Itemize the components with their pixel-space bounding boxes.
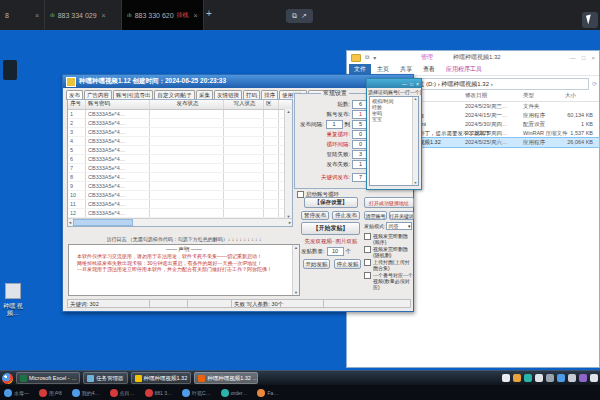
- table-row[interactable]: 3 CB333A5e*4…: [68, 128, 292, 137]
- header-account[interactable]: 账号密码: [86, 100, 150, 109]
- taskbar-task-button[interactable]: 种嘿种嘿视频1.32 …: [194, 372, 258, 384]
- start-post-button[interactable]: 【开始发贴】: [301, 222, 360, 235]
- tray-icon[interactable]: [535, 374, 543, 382]
- table-row[interactable]: 10 CB333A5e*4…: [68, 191, 292, 200]
- disclaimer-scrollbar[interactable]: ▲ ▼: [292, 245, 299, 295]
- post-option[interactable]: 视频发完即删除(顺序): [364, 233, 414, 245]
- scroll-left-icon[interactable]: ◄: [68, 220, 72, 225]
- arrow-icon[interactable]: ↗: [301, 12, 307, 20]
- table-row[interactable]: 1 CB333A5e*4…: [68, 110, 292, 119]
- app-titlebar[interactable]: 种嘿种嘿视频1.12 创建时间：2024-06-25 20:23:33: [63, 75, 413, 88]
- tray-icon[interactable]: [557, 374, 565, 382]
- table-row[interactable]: 8 CB333A5e*4…: [68, 173, 292, 182]
- quick-launch-item[interactable]: 水母—: [4, 389, 29, 397]
- column-header-size[interactable]: 大小: [565, 92, 576, 99]
- header-zone[interactable]: 区: [264, 100, 279, 109]
- floating-toolbar[interactable]: ⧉ ↗: [286, 9, 313, 23]
- taskbar-task-button[interactable]: 种嘿种嘿视频1.32: [131, 372, 192, 384]
- popup-list-item[interactable]: 宝宝: [372, 116, 412, 122]
- browser-tab[interactable]: 8 ×: [0, 0, 45, 30]
- table-hscrollbar[interactable]: ◄ ►: [68, 218, 292, 226]
- tray-icon[interactable]: [502, 374, 510, 382]
- tray-icon[interactable]: [590, 374, 598, 382]
- quick-access-dropdown-icon[interactable]: ▾: [373, 54, 376, 61]
- start-button-icon[interactable]: [2, 373, 13, 384]
- quick-access-icon[interactable]: ⧉: [365, 54, 369, 61]
- close-button[interactable]: ×: [416, 81, 419, 87]
- quick-launch-item[interactable]: 叶苞C…: [182, 389, 211, 397]
- taskbar-task-button[interactable]: Microsoft Excel - …: [16, 372, 80, 384]
- quick-launch-item[interactable]: Fa…: [257, 389, 278, 397]
- remote-cursor-button[interactable]: [582, 12, 598, 28]
- scroll-up-icon[interactable]: ▲: [294, 245, 298, 250]
- quick-launch-item[interactable]: 我的4…: [72, 389, 100, 397]
- clear-accounts-button[interactable]: 清空账号: [364, 211, 387, 220]
- quick-launch-item[interactable]: 881 3…: [145, 389, 173, 397]
- popup-scrollbar[interactable]: ▲ ▼: [412, 97, 418, 185]
- checkbox-icon[interactable]: [364, 233, 371, 240]
- hscroll-thumb[interactable]: [73, 219, 133, 226]
- quick-launch-item[interactable]: 用户8: [39, 389, 62, 397]
- minimize-button[interactable]: —: [402, 81, 407, 87]
- taskbar-task-button[interactable]: 任务管理器: [83, 372, 128, 384]
- table-vscrollbar[interactable]: ▲ ▼: [284, 109, 292, 219]
- browser-tab[interactable]: ılı 883 334 029 ×: [45, 0, 122, 30]
- tray-icon[interactable]: [513, 374, 521, 382]
- table-row[interactable]: 2 CB333A5e*4…: [68, 119, 292, 128]
- tray-icon[interactable]: [579, 374, 587, 382]
- tray-icon[interactable]: [568, 374, 576, 382]
- column-header-type[interactable]: 类型: [523, 92, 534, 99]
- tray-icon[interactable]: [524, 374, 532, 382]
- close-button[interactable]: ×: [591, 55, 595, 61]
- checkbox-icon[interactable]: [364, 259, 371, 266]
- explorer-ribbon-tab[interactable]: 查看: [418, 64, 440, 75]
- checkbox-icon[interactable]: [297, 191, 304, 198]
- save-settings-button[interactable]: 【保存设置】: [304, 197, 358, 208]
- post-option[interactable]: 上传封面(上传封面合集): [364, 259, 414, 271]
- checkbox-icon[interactable]: [364, 246, 371, 253]
- maximize-button[interactable]: □: [410, 81, 413, 87]
- quick-launch-item[interactable]: order…: [221, 389, 248, 397]
- scroll-up-icon[interactable]: ▲: [414, 97, 417, 101]
- quick-launch-item[interactable]: 点目…: [110, 389, 135, 397]
- tray-icon[interactable]: [546, 374, 554, 382]
- refresh-icon[interactable]: ⟳: [592, 80, 597, 87]
- checkbox-icon[interactable]: [364, 272, 371, 279]
- popup-titlebar[interactable]: — □ ×: [367, 79, 421, 88]
- desktop-icon[interactable]: 种嘿 视频…: [2, 283, 24, 317]
- post-mode-select[interactable]: 问答 ▾: [386, 222, 412, 230]
- header-write-status[interactable]: 写入状态: [224, 100, 264, 109]
- start-posting-button[interactable]: 开始发贴: [303, 259, 330, 269]
- close-icon[interactable]: ×: [194, 12, 198, 19]
- table-row[interactable]: 4 CB333A5e*4…: [68, 137, 292, 146]
- scroll-down-icon[interactable]: ▼: [414, 181, 417, 185]
- pause-publish-button[interactable]: 暂停发布: [301, 211, 329, 220]
- desktop-icon-dark[interactable]: [3, 60, 17, 80]
- explorer-ribbon-tab[interactable]: 应用程序工具: [441, 64, 487, 75]
- settings-input[interactable]: 1: [326, 120, 343, 129]
- close-icon[interactable]: ×: [35, 12, 39, 19]
- disclaimer-box[interactable]: —— 声明 —— 本软件仅供学习交流使用，请勿用于非法用途，软件卡死不采集——切…: [68, 244, 300, 296]
- post-count-input[interactable]: 10: [327, 247, 344, 256]
- column-header-date[interactable]: 修改日期: [465, 92, 487, 99]
- table-row[interactable]: 7 CB333A5e*4…: [68, 164, 292, 173]
- new-tab-button[interactable]: +: [206, 8, 212, 19]
- header-publish-status[interactable]: 发布状态: [150, 100, 224, 109]
- table-row[interactable]: 6 CB333A5e*4…: [68, 155, 292, 164]
- open-keywords-button[interactable]: 打开关键词: [389, 211, 414, 220]
- stop-publish-button[interactable]: 停止发布: [332, 211, 360, 220]
- post-option[interactable]: 一个番号对应一个视频(数量必须对应): [364, 272, 414, 290]
- table-row[interactable]: 9 CB333A5e*4…: [68, 182, 292, 191]
- table-row[interactable]: 5 CB333A5e*4…: [68, 146, 292, 155]
- table-row[interactable]: 12 CB333A5e*4…: [68, 209, 292, 218]
- minimize-button[interactable]: —: [570, 55, 576, 61]
- manage-contextual-label[interactable]: 管理: [421, 53, 433, 62]
- stop-posting-button[interactable]: 停止发贴: [334, 259, 361, 269]
- maximize-button[interactable]: □: [582, 55, 586, 61]
- open-success-links-button[interactable]: 打开成功链接地址: [364, 197, 414, 208]
- header-no[interactable]: 序号: [68, 100, 86, 109]
- popup-account-list[interactable]: 模拟/时间经验密码宝宝 ▲ ▼: [369, 96, 419, 186]
- scroll-down-icon[interactable]: ▼: [294, 290, 298, 295]
- table-row[interactable]: 11 CB333A5e*4…: [68, 200, 292, 209]
- scroll-right-icon[interactable]: ►: [288, 220, 292, 225]
